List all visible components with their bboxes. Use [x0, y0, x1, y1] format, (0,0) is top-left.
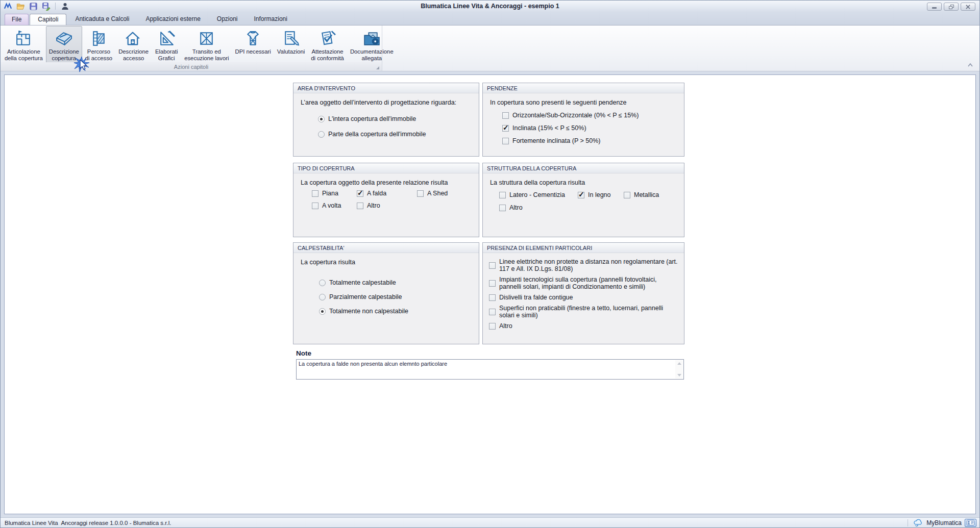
ribbon-button-articolazione-della-copertura[interactable]: Articolazionedella copertura: [2, 26, 46, 63]
checkbox-icon[interactable]: [499, 205, 506, 211]
calpestabilita-option-3[interactable]: Totalmente non calpestabile: [319, 308, 474, 315]
checkbox-icon[interactable]: [489, 323, 496, 330]
struttura-copertura-option-3[interactable]: Metallica: [624, 191, 679, 198]
tab-applicazioni-esterne[interactable]: Applicazioni esterne: [138, 14, 208, 25]
elementi-particolari-option-4[interactable]: Superfici non praticabili (finestre a te…: [489, 305, 678, 319]
options-list: Latero - CementiziaIn legnoMetallicaAltr…: [499, 191, 679, 211]
ribbon-button-attestazione-di-conformit[interactable]: Attestazionedi conformità: [308, 26, 347, 63]
checkbox-icon[interactable]: [357, 190, 363, 197]
option-label: Parte della copertura dell'immobile: [328, 131, 426, 138]
checkbox-icon[interactable]: [489, 309, 496, 315]
tab-opzioni[interactable]: Opzioni: [209, 14, 246, 25]
pendenze-option-3[interactable]: Fortemente inclinata (P > 50%): [502, 137, 679, 144]
tab-anticaduta-e-calcoli[interactable]: Anticaduta e Calcoli: [67, 14, 137, 25]
close-button[interactable]: [961, 3, 975, 11]
tipo-copertura-option-2[interactable]: A falda: [357, 190, 417, 197]
option-label: Altro: [499, 322, 512, 330]
ribbon-button-dpi-necessari[interactable]: DPI necessari: [232, 26, 274, 63]
option-label: Parzialmente calpestabile: [329, 293, 402, 300]
close-icon: [966, 2, 970, 11]
checkbox-icon[interactable]: [312, 203, 318, 209]
checkbox-icon[interactable]: [417, 190, 424, 197]
groupbox-pendenze: PENDENZEIn copertura sono presenti le se…: [482, 83, 684, 157]
groupbox-intro: La copertura oggetto della presente rela…: [301, 179, 474, 186]
option-label: Linee elettriche non protette a distanza…: [499, 258, 678, 272]
groupbox-tipo-copertura: TIPO DI COPERTURALa copertura oggetto de…: [293, 163, 479, 237]
collapse-ribbon-icon[interactable]: [967, 60, 973, 69]
calpestabilita-option-2[interactable]: Parzialmente calpestabile: [319, 293, 474, 300]
option-label: A falda: [367, 190, 386, 197]
radio-icon[interactable]: [319, 280, 326, 286]
elementi-particolari-option-1[interactable]: Linee elettriche non protette a distanza…: [489, 258, 678, 272]
area-intervento-option-2[interactable]: Parte della copertura dell'immobile: [318, 131, 474, 138]
scroll-up-icon[interactable]: [677, 362, 681, 365]
groupbox-title: CALPESTABILITA': [293, 243, 479, 253]
note-label: Note: [296, 349, 311, 357]
option-label: Superfici non praticabili (finestre a te…: [499, 305, 678, 319]
checkbox-icon[interactable]: [578, 192, 584, 198]
options-list: Linee elettriche non protette a distanza…: [489, 258, 678, 330]
ribbon-button-elaborati-grafici[interactable]: ElaboratiGrafici: [152, 26, 181, 63]
checkbox-icon[interactable]: [499, 192, 506, 198]
ribbon-button-label: Attestazione: [311, 48, 343, 55]
radio-icon[interactable]: [319, 294, 326, 300]
scroll-down-icon[interactable]: [677, 374, 681, 376]
area-intervento-option-1[interactable]: L'intera copertura dell'immobile: [318, 115, 474, 122]
ribbon-button-label: di conformità: [311, 55, 344, 62]
tipo-copertura-option-3[interactable]: A Shed: [417, 190, 474, 197]
restore-button[interactable]: [944, 3, 959, 11]
ribbon-button-label: Documentazione: [350, 48, 394, 55]
ribbon-button-valutazioni[interactable]: Valutazioni: [274, 26, 308, 63]
pendenze-option-2[interactable]: Inclinata (15% < P ≤ 50%): [502, 124, 679, 132]
checkbox-icon[interactable]: [489, 294, 496, 301]
minimize-icon: [932, 7, 937, 9]
radio-icon[interactable]: [319, 308, 326, 315]
checkbox-icon[interactable]: [489, 280, 496, 287]
tipo-copertura-option-1[interactable]: Piana: [312, 190, 357, 197]
tab-capitoli[interactable]: Capitoli: [30, 14, 66, 25]
struttura-copertura-option-4[interactable]: Altro: [499, 204, 578, 211]
ribbon-tab-bar: FileCapitoliAnticaduta e CalcoliApplicaz…: [1, 12, 979, 25]
calpestabilita-option-1[interactable]: Totalmente calpestabile: [319, 279, 474, 286]
checkbox-icon[interactable]: [312, 190, 318, 197]
note-textarea[interactable]: La copertura a falde non presenta alcun …: [297, 360, 675, 379]
tab-file[interactable]: File: [5, 14, 29, 25]
tipo-copertura-option-4[interactable]: A volta: [312, 202, 357, 209]
elementi-particolari-option-5[interactable]: Altro: [489, 322, 678, 330]
struttura-copertura-option-1[interactable]: Latero - Cementizia: [499, 191, 578, 198]
radio-icon[interactable]: [318, 131, 325, 138]
ribbon-button-descrizione-accesso[interactable]: Descrizioneaccesso: [115, 26, 152, 63]
checkbox-icon[interactable]: [502, 112, 509, 119]
myblumatica-label[interactable]: MyBlumatica: [926, 519, 962, 526]
option-label: Dislivelli tra falde contigue: [499, 294, 573, 301]
option-label: Orizzontale/Sub-Orizzontale (0% < P ≤ 15…: [512, 112, 639, 119]
elementi-particolari-option-2[interactable]: Impianti tecnologici sulla copertura (pa…: [489, 276, 678, 290]
option-label: Fortemente inclinata (P > 50%): [512, 137, 600, 144]
elementi-particolari-option-3[interactable]: Dislivelli tra falde contigue: [489, 294, 678, 301]
groupbox-elementi-particolari: PRESENZA DI ELEMENTI PARTICOLARILinee el…: [482, 242, 684, 344]
tab-informazioni[interactable]: Informazioni: [247, 14, 295, 25]
checkbox-icon[interactable]: [624, 192, 630, 198]
checkbox-icon[interactable]: [357, 203, 363, 209]
note-scrollbar[interactable]: [675, 360, 683, 379]
checkbox-icon[interactable]: [502, 138, 509, 144]
minimize-button[interactable]: [927, 3, 942, 11]
groupbox-title: PENDENZE: [483, 83, 684, 93]
ribbon-group-footer: Azioni capitoli: [1, 62, 382, 71]
account-badge-button[interactable]: [965, 519, 976, 527]
tipo-copertura-option-5[interactable]: Altro: [357, 202, 417, 209]
groupbox-body: La copertura oggetto della presente rela…: [293, 173, 479, 209]
checkbox-icon[interactable]: [502, 125, 509, 132]
radio-icon[interactable]: [318, 116, 325, 122]
group-resize-grip-icon: [376, 66, 379, 69]
ribbon-button-documentazione-allegata[interactable]: Documentazioneallegata: [347, 26, 397, 63]
ribbon-button-transito-ed-esecuzione-lavori[interactable]: Transito edesecuzione lavori: [181, 26, 232, 63]
ribbon-button-label: DPI necessari: [235, 48, 271, 55]
groupbox-intro: La copertura risulta: [301, 259, 474, 266]
checkbox-icon[interactable]: [489, 262, 496, 269]
pendenze-option-1[interactable]: Orizzontale/Sub-Orizzontale (0% < P ≤ 15…: [502, 112, 679, 119]
struttura-copertura-option-2[interactable]: In legno: [578, 191, 624, 198]
options-list: Orizzontale/Sub-Orizzontale (0% < P ≤ 15…: [502, 112, 679, 144]
window-title: Blumatica Linee Vita & Ancoraggi - esemp…: [1, 3, 979, 10]
option-label: Totalmente calpestabile: [329, 279, 396, 286]
